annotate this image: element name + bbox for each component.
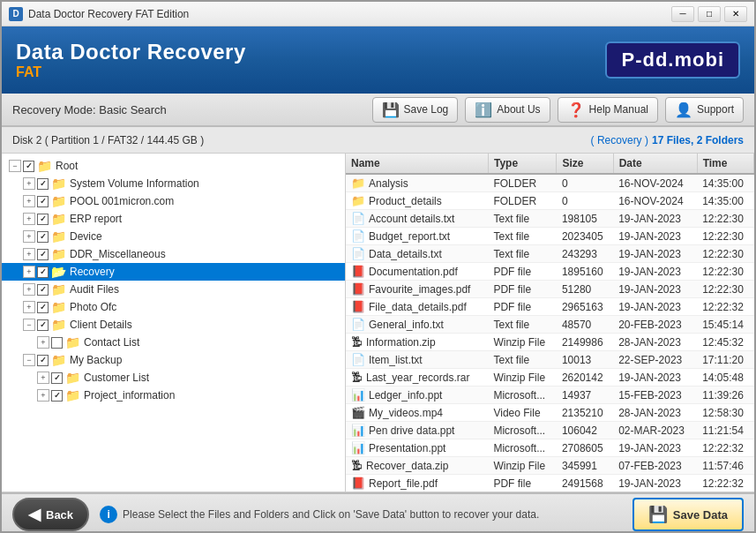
tree-checkbox[interactable] xyxy=(37,231,49,243)
file-date-cell: 19-JAN-2023 xyxy=(613,228,697,245)
table-row[interactable]: 🗜Information.zipWinzip File214998628-JAN… xyxy=(346,334,754,351)
tree-checkbox[interactable] xyxy=(51,372,63,384)
expand-button[interactable]: + xyxy=(37,336,49,349)
about-us-button[interactable]: ℹ️ About Us xyxy=(465,97,550,123)
save-log-button[interactable]: 💾 Save Log xyxy=(372,97,459,123)
brand-main-title: Data Doctor Recovery xyxy=(16,40,246,64)
tree-checkbox[interactable] xyxy=(37,178,49,190)
table-column-header[interactable]: Date xyxy=(613,154,697,174)
table-row[interactable]: 📊Ledger_info.pptMicrosoft...1493715-FEB-… xyxy=(346,387,754,404)
back-button[interactable]: ◀ Back xyxy=(12,498,89,531)
tree-item-label: Customer List xyxy=(84,372,149,384)
file-size-cell: 2149986 xyxy=(557,334,613,351)
tree-checkbox[interactable] xyxy=(37,319,49,331)
tree-item[interactable]: +📁Contact List xyxy=(2,334,345,351)
tree-checkbox[interactable] xyxy=(37,196,49,207)
expand-button[interactable]: + xyxy=(37,372,49,384)
file-size-cell: 2491568 xyxy=(557,475,613,492)
file-date-cell: 20-FEB-2023 xyxy=(613,316,697,334)
table-row[interactable]: 📕Report_file.pdfPDF file249156819-JAN-20… xyxy=(346,475,754,492)
table-column-header[interactable]: Size xyxy=(557,154,613,174)
expand-button[interactable]: − xyxy=(9,160,21,172)
tree-item[interactable]: +📁Audit Files xyxy=(2,281,345,298)
tree-checkbox[interactable] xyxy=(51,337,63,349)
file-time-cell: 12:22:30 xyxy=(697,210,753,228)
bottom-bar: ◀ Back i Please Select the Files and Fol… xyxy=(2,492,754,533)
table-row[interactable]: 📕Documentation.pdfPDF file189516019-JAN-… xyxy=(346,263,754,281)
folder-icon: 📁 xyxy=(51,212,66,226)
table-row[interactable]: 📄Budget_report.txtText file202340519-JAN… xyxy=(346,228,754,245)
recovery-link[interactable]: ( Recovery ) xyxy=(591,134,648,146)
expand-button[interactable]: + xyxy=(23,213,35,225)
table-row[interactable]: 📄Item_list.txtText file1001322-SEP-20231… xyxy=(346,351,754,369)
table-row[interactable]: 📊Presentation.pptMicrosoft...270860519-J… xyxy=(346,439,754,457)
tree-item[interactable]: −📁Client Details xyxy=(2,316,345,334)
file-icon: 🗜 xyxy=(351,459,363,472)
table-row[interactable]: 📁AnalysisFOLDER016-NOV-202414:35:00 xyxy=(346,174,754,192)
expand-button[interactable]: + xyxy=(23,195,35,207)
table-row[interactable]: 🗜Last_year_records.rarWinzip File2620142… xyxy=(346,369,754,387)
table-row[interactable]: 📄Data_details.txtText file24329319-JAN-2… xyxy=(346,245,754,263)
table-row[interactable]: 📄Account details.txtText file19810519-JA… xyxy=(346,210,754,228)
file-count: 17 Files, 2 Folders xyxy=(652,134,744,146)
expand-button[interactable]: + xyxy=(23,177,35,190)
table-row[interactable]: 📕Favourite_images.pdfPDF file5128019-JAN… xyxy=(346,281,754,298)
file-name-cell: 🎬My_videos.mp4 xyxy=(346,404,488,422)
expand-button[interactable]: + xyxy=(23,301,35,313)
help-manual-button[interactable]: ❓ Help Manual xyxy=(558,97,658,123)
tree-item[interactable]: +📂Recovery xyxy=(2,263,345,281)
tree-item[interactable]: +📁Customer List xyxy=(2,369,345,387)
file-time-cell: 14:35:00 xyxy=(697,192,753,210)
save-data-button[interactable]: 💾 Save Data xyxy=(632,498,744,531)
tree-item-label: DDR_Miscellaneous xyxy=(70,248,166,260)
folder-icon: 📁 xyxy=(51,247,66,261)
close-button[interactable]: ✕ xyxy=(724,6,747,22)
expand-button[interactable]: + xyxy=(37,389,49,402)
folder-icon: 📁 xyxy=(51,300,66,314)
table-row[interactable]: 🎬My_videos.mp4Video File213521028-JAN-20… xyxy=(346,404,754,422)
file-icon: 📄 xyxy=(351,212,365,225)
tree-checkbox[interactable] xyxy=(51,390,63,402)
tree-checkbox[interactable] xyxy=(23,161,34,172)
folder-icon: 📁 xyxy=(51,229,66,244)
tree-item[interactable]: +📁Photo Ofc xyxy=(2,298,345,316)
tree-item[interactable]: −📁My Backup xyxy=(2,351,345,369)
tree-item[interactable]: +📁Project_information xyxy=(2,387,345,404)
tree-item[interactable]: +📁System Volume Information xyxy=(2,175,345,192)
folder-icon: 📁 xyxy=(51,194,66,208)
table-column-header[interactable]: Time xyxy=(697,154,753,174)
status-bar: Disk 2 ( Partition 1 / FAT32 / 144.45 GB… xyxy=(2,127,754,154)
table-row[interactable]: 📁Product_detailsFOLDER016-NOV-202414:35:… xyxy=(346,192,754,210)
table-column-header[interactable]: Type xyxy=(488,154,556,174)
expand-button[interactable]: − xyxy=(23,354,35,366)
tree-item[interactable]: +📁DDR_Miscellaneous xyxy=(2,245,345,263)
file-date-cell: 02-MAR-2023 xyxy=(613,422,697,439)
expand-button[interactable]: − xyxy=(23,319,35,331)
tree-checkbox[interactable] xyxy=(37,355,49,366)
table-row[interactable]: 🗜Recover_data.zipWinzip File34599107-FEB… xyxy=(346,457,754,475)
tree-item[interactable]: +📁POOL 001micron.com xyxy=(2,192,345,210)
file-size-cell: 345991 xyxy=(557,457,613,475)
table-row[interactable]: 📕File_data_details.pdfPDF file296516319-… xyxy=(346,298,754,316)
expand-button[interactable]: + xyxy=(23,283,35,296)
maximize-button[interactable]: □ xyxy=(698,6,721,22)
tree-item-label: System Volume Information xyxy=(70,177,199,190)
table-row[interactable]: 📄General_info.txtText file4857020-FEB-20… xyxy=(346,316,754,334)
expand-button[interactable]: + xyxy=(23,230,35,243)
tree-item[interactable]: +📁Device xyxy=(2,228,345,245)
tree-item[interactable]: +📁ERP report xyxy=(2,210,345,228)
minimize-button[interactable]: ─ xyxy=(671,6,694,22)
tree-checkbox[interactable] xyxy=(37,284,49,296)
file-name-cell: 📊Presentation.ppt xyxy=(346,439,488,457)
tree-checkbox[interactable] xyxy=(37,302,49,313)
tree-checkbox[interactable] xyxy=(37,214,49,225)
expand-button[interactable]: + xyxy=(23,266,35,278)
table-column-header[interactable]: Name xyxy=(346,154,488,174)
tree-item[interactable]: −📁Root xyxy=(2,157,345,175)
file-size-cell: 48570 xyxy=(557,316,613,334)
table-row[interactable]: 📊Pen drive data.pptMicrosoft...10604202-… xyxy=(346,422,754,439)
tree-checkbox[interactable] xyxy=(37,266,49,278)
expand-button[interactable]: + xyxy=(23,248,35,260)
tree-checkbox[interactable] xyxy=(37,249,49,260)
support-button[interactable]: 👤 Support xyxy=(665,97,744,123)
